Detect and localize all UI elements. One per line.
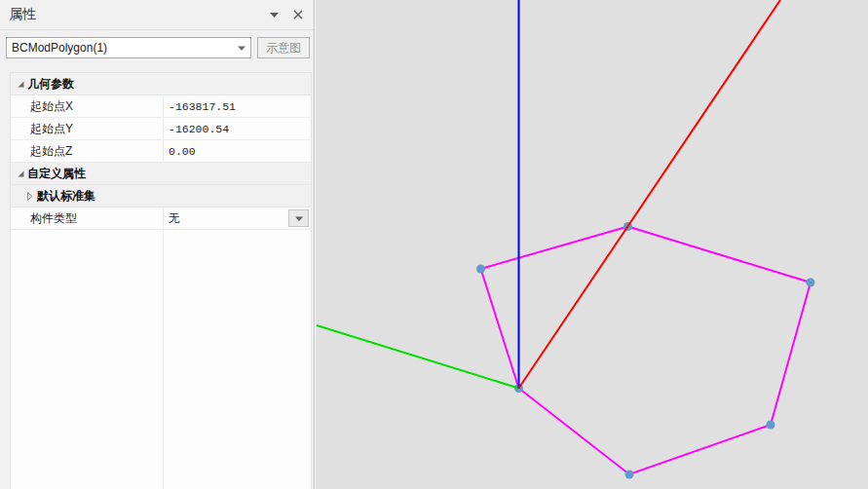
scene-svg[interactable] bbox=[315, 0, 868, 489]
vertex-handle[interactable] bbox=[807, 279, 815, 287]
property-value[interactable]: 0.00 bbox=[163, 140, 311, 162]
group-header-geometry[interactable]: 几何参数 bbox=[11, 73, 311, 95]
property-row-start-x: 起始点X -163817.51 bbox=[11, 95, 311, 118]
property-value[interactable]: 无 bbox=[169, 211, 180, 226]
polygon-outline[interactable] bbox=[481, 227, 811, 475]
panel-header: 属性 bbox=[0, 0, 314, 30]
property-value[interactable]: -16200.54 bbox=[163, 118, 311, 139]
subgroup-header-default-standard-set[interactable]: 默认标准集 bbox=[11, 185, 311, 207]
group-label: 自定义属性 bbox=[27, 166, 86, 182]
property-name: 起始点Y bbox=[11, 118, 163, 139]
group-header-custom[interactable]: 自定义属性 bbox=[11, 163, 311, 185]
vertex-handle[interactable] bbox=[767, 421, 775, 430]
collapse-expanded-icon[interactable] bbox=[14, 81, 27, 88]
grid-empty-area bbox=[11, 230, 311, 489]
panel-close-button[interactable] bbox=[291, 8, 305, 21]
property-grid: 几何参数 起始点X -163817.51 起始点Y -16200.54 起始点Z… bbox=[0, 72, 314, 489]
green-axis-line bbox=[317, 325, 519, 389]
property-value-cell: 无 bbox=[163, 207, 311, 229]
group-label: 几何参数 bbox=[27, 76, 74, 93]
property-name: 起始点Z bbox=[11, 140, 163, 162]
grid-name-column-filler bbox=[11, 230, 164, 489]
property-name: 构件类型 bbox=[11, 207, 163, 229]
panel-title: 属性 bbox=[9, 6, 36, 23]
chevron-down-icon bbox=[238, 46, 245, 51]
chevron-down-icon bbox=[295, 216, 303, 221]
properties-panel: 属性 BCModPolygon(1) 示意图 bbox=[0, 0, 314, 489]
component-type-dropdown-button[interactable] bbox=[288, 209, 309, 227]
grid-value-column-filler bbox=[164, 230, 311, 489]
red-axis-line bbox=[519, 0, 781, 389]
panel-menu-button[interactable] bbox=[267, 8, 281, 21]
property-row-start-z: 起始点Z 0.00 bbox=[11, 140, 311, 163]
schematic-button[interactable]: 示意图 bbox=[257, 37, 310, 58]
chevron-down-icon bbox=[270, 12, 279, 18]
object-selector-value: BCModPolygon(1) bbox=[12, 41, 238, 55]
object-selector[interactable]: BCModPolygon(1) bbox=[6, 37, 251, 58]
vertex-handle[interactable] bbox=[625, 470, 634, 479]
app-window: 属性 BCModPolygon(1) 示意图 bbox=[0, 0, 868, 489]
property-name: 起始点X bbox=[11, 95, 163, 117]
viewport-canvas[interactable] bbox=[314, 0, 868, 489]
property-grid-body: 几何参数 起始点X -163817.51 起始点Y -16200.54 起始点Z… bbox=[10, 72, 312, 489]
collapse-expanded-icon[interactable] bbox=[14, 170, 27, 177]
vertex-handle[interactable] bbox=[476, 265, 485, 274]
panel-header-controls bbox=[267, 8, 305, 21]
property-row-component-type: 构件类型 无 bbox=[11, 207, 311, 230]
close-icon bbox=[293, 10, 303, 19]
expand-collapsed-icon[interactable] bbox=[23, 192, 37, 201]
property-row-start-y: 起始点Y -16200.54 bbox=[11, 118, 311, 140]
subgroup-label: 默认标准集 bbox=[37, 188, 95, 205]
property-value[interactable]: -163817.51 bbox=[163, 95, 311, 117]
panel-toolbar: BCModPolygon(1) 示意图 bbox=[6, 37, 310, 58]
